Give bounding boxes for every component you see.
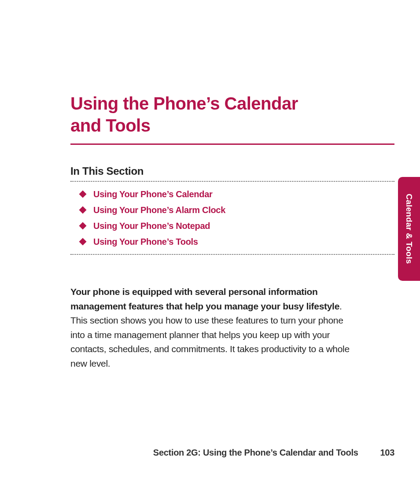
diamond-icon (79, 222, 87, 230)
diamond-icon (79, 191, 87, 198)
intro-lead: Your phone is equipped with several pers… (70, 287, 339, 311)
side-tab-label: Calendar & Tools (404, 194, 414, 264)
section-subhead: In This Section (70, 165, 394, 177)
toc-item: Using Your Phone’s Alarm Clock (80, 202, 394, 218)
toc-list: Using Your Phone’s Calendar Using Your P… (70, 182, 394, 254)
diamond-icon (79, 238, 87, 246)
footer-section-label: Section 2G: Using the Phone’s Calendar a… (153, 448, 358, 458)
title-rule (70, 143, 394, 145)
title-line-1: Using the Phone’s Calendar (70, 94, 298, 113)
toc-item-label: Using Your Phone’s Tools (93, 234, 198, 250)
toc-item: Using Your Phone’s Tools (80, 234, 394, 250)
intro-paragraph: Your phone is equipped with several pers… (70, 285, 352, 371)
page: Using the Phone’s Calendar and Tools In … (0, 0, 420, 504)
toc-item: Using Your Phone’s Notepad (80, 218, 394, 234)
toc-item-label: Using Your Phone’s Notepad (93, 218, 210, 234)
content-area: Using the Phone’s Calendar and Tools In … (70, 92, 394, 380)
side-tab: Calendar & Tools (398, 177, 420, 281)
page-footer: Section 2G: Using the Phone’s Calendar a… (70, 448, 394, 458)
toc-item-label: Using Your Phone’s Calendar (93, 186, 212, 202)
diamond-icon (79, 206, 87, 214)
footer-page-number: 103 (380, 448, 394, 458)
title-line-2: and Tools (70, 116, 150, 135)
page-title: Using the Phone’s Calendar and Tools (70, 92, 394, 136)
dotted-rule-bottom (70, 254, 394, 255)
toc-item-label: Using Your Phone’s Alarm Clock (93, 202, 225, 218)
toc-item: Using Your Phone’s Calendar (80, 186, 394, 202)
